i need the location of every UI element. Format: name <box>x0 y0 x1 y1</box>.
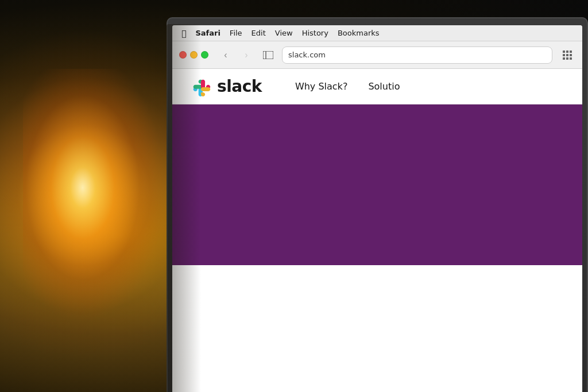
sidebar-icon <box>263 51 273 59</box>
menu-history[interactable]: History <box>297 28 333 38</box>
svg-rect-5 <box>563 54 565 56</box>
lamp-filament <box>23 69 172 333</box>
back-icon: ‹ <box>224 50 227 60</box>
address-url: slack.com <box>288 51 326 59</box>
browser-content: slack Why Slack? Solutio <box>172 69 582 392</box>
slack-navbar: slack Why Slack? Solutio <box>172 69 582 104</box>
svg-rect-0 <box>263 51 273 59</box>
menu-view[interactable]: View <box>270 28 297 38</box>
slack-wordmark: slack <box>217 77 262 96</box>
forward-button[interactable]: › <box>238 47 254 63</box>
menu-safari[interactable]: Safari <box>191 28 225 38</box>
nav-link-solutions[interactable]: Solutio <box>358 81 410 92</box>
apple-menu[interactable]:  <box>177 29 191 38</box>
sidebar-toggle-button[interactable] <box>259 47 277 63</box>
menu-edit[interactable]: Edit <box>247 28 270 38</box>
svg-rect-9 <box>566 57 568 60</box>
address-bar[interactable]: slack.com <box>282 46 552 64</box>
macos-menu-bar:  Safari File Edit View History Bookmark… <box>172 25 582 41</box>
screen:  Safari File Edit View History Bookmark… <box>172 25 582 392</box>
slack-logo-icon <box>189 76 211 98</box>
svg-rect-8 <box>563 57 565 60</box>
menu-bookmarks[interactable]: Bookmarks <box>333 28 384 38</box>
browser-toolbar: ‹ › slack.com <box>172 41 582 69</box>
slack-nav-links: Why Slack? Solutio <box>285 81 411 92</box>
nav-link-why-slack[interactable]: Why Slack? <box>285 81 358 92</box>
svg-rect-3 <box>566 51 568 53</box>
svg-rect-7 <box>570 54 572 56</box>
close-button[interactable] <box>179 51 187 59</box>
macbook-bezel:  Safari File Edit View History Bookmark… <box>167 17 588 392</box>
forward-icon: › <box>245 50 247 60</box>
tabs-grid-icon <box>563 51 572 60</box>
tabs-button[interactable] <box>559 47 575 63</box>
traffic-lights <box>179 51 208 59</box>
svg-rect-4 <box>570 51 572 53</box>
minimize-button[interactable] <box>190 51 198 59</box>
menu-file[interactable]: File <box>225 28 247 38</box>
slack-hero-section <box>172 104 582 265</box>
back-button[interactable]: ‹ <box>218 47 234 63</box>
slack-logo[interactable]: slack <box>189 76 262 98</box>
fullscreen-button[interactable] <box>201 51 208 59</box>
svg-rect-10 <box>570 57 572 60</box>
svg-rect-2 <box>563 51 565 53</box>
svg-rect-6 <box>566 54 568 56</box>
